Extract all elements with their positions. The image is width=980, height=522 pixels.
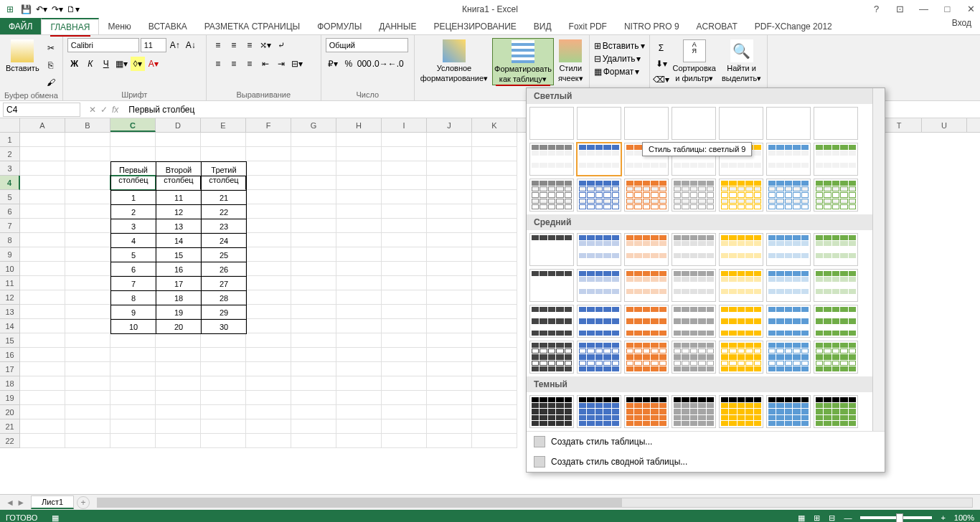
col-header-I[interactable]: I — [382, 118, 427, 132]
cell-E1[interactable] — [201, 133, 246, 147]
bold-button[interactable]: Ж — [67, 57, 82, 71]
zoom-slider[interactable] — [860, 516, 932, 519]
cell-E16[interactable] — [201, 348, 246, 362]
cell-A4[interactable] — [20, 176, 65, 190]
cell-H6[interactable] — [336, 204, 382, 219]
cell-G21[interactable] — [291, 419, 336, 434]
style-thumb[interactable] — [624, 233, 669, 266]
autosum-icon[interactable]: Σ — [654, 41, 669, 55]
decrease-font-icon[interactable]: A↓ — [184, 38, 198, 52]
cell-K20[interactable] — [472, 405, 517, 419]
style-thumb[interactable] — [719, 233, 763, 266]
cell-B7[interactable] — [65, 219, 110, 233]
style-thumb[interactable] — [766, 143, 811, 176]
comma-icon[interactable]: 000 — [357, 57, 372, 71]
cell-E18[interactable] — [201, 376, 246, 391]
cell-J19[interactable] — [427, 391, 472, 405]
cell-K16[interactable] — [472, 348, 517, 362]
table-cell-r1-c2[interactable]: 22 — [202, 205, 247, 219]
style-thumb[interactable] — [672, 233, 716, 266]
cell-H14[interactable] — [336, 319, 382, 333]
cell-I1[interactable] — [382, 133, 427, 147]
copy-icon[interactable]: ⎘ — [44, 58, 58, 72]
style-thumb[interactable] — [529, 179, 574, 212]
cell-A3[interactable] — [20, 161, 65, 176]
cell-K7[interactable] — [472, 219, 517, 233]
clear-icon[interactable]: ⌫▾ — [654, 72, 669, 87]
percent-icon[interactable]: % — [341, 57, 356, 71]
cell-J17[interactable] — [427, 362, 472, 376]
cell-F10[interactable] — [246, 262, 291, 276]
style-thumb[interactable] — [529, 143, 574, 176]
style-thumb[interactable] — [624, 179, 669, 212]
cell-I18[interactable] — [382, 376, 427, 391]
align-mid-icon[interactable]: ≡ — [227, 38, 241, 52]
cell-H18[interactable] — [336, 376, 382, 391]
cell-J21[interactable] — [427, 419, 472, 434]
cell-A21[interactable] — [20, 419, 65, 434]
table-cell-r0-c2[interactable]: 21 — [202, 191, 247, 205]
table-cell-r0-c0[interactable]: 1 — [111, 191, 156, 205]
table-cell-r4-c2[interactable]: 25 — [202, 248, 247, 262]
cell-B17[interactable] — [65, 362, 110, 376]
cell-I19[interactable] — [382, 391, 427, 405]
cell-C2[interactable] — [110, 147, 156, 161]
style-thumb[interactable] — [814, 179, 858, 212]
cell-J22[interactable] — [427, 434, 472, 448]
indent-dec-icon[interactable]: ⇤ — [258, 57, 273, 71]
table-cell-r8-c2[interactable]: 29 — [202, 305, 247, 320]
cell-F12[interactable] — [246, 290, 291, 305]
table-cell-r2-c0[interactable]: 3 — [111, 219, 156, 234]
cell-F5[interactable] — [246, 190, 291, 204]
currency-icon[interactable]: ₽▾ — [326, 57, 340, 71]
cell-H4[interactable] — [336, 176, 382, 190]
add-sheet-button[interactable]: + — [77, 496, 90, 509]
cell-H13[interactable] — [336, 305, 382, 319]
style-thumb[interactable] — [766, 305, 811, 338]
name-box[interactable] — [3, 103, 80, 117]
cell-H9[interactable] — [336, 247, 382, 262]
cell-C18[interactable] — [110, 376, 156, 391]
help-button[interactable]: ? — [871, 4, 882, 14]
view-normal-icon[interactable]: ▦ — [798, 513, 805, 523]
cell-B16[interactable] — [65, 348, 110, 362]
style-thumb[interactable] — [719, 395, 763, 428]
col-header-K[interactable]: K — [472, 118, 517, 132]
cell-G13[interactable] — [291, 305, 336, 319]
cell-H17[interactable] — [336, 362, 382, 376]
cell-H11[interactable] — [336, 276, 382, 290]
cell-J4[interactable] — [427, 176, 472, 190]
cell-H12[interactable] — [336, 290, 382, 305]
cut-icon[interactable]: ✂ — [44, 41, 58, 55]
cell-C20[interactable] — [110, 405, 156, 419]
new-pivot-style[interactable]: Создать стиль сводной таблицы... — [527, 452, 885, 472]
cell-F22[interactable] — [246, 434, 291, 448]
cell-H16[interactable] — [336, 348, 382, 362]
table-cell-r2-c1[interactable]: 13 — [156, 219, 202, 234]
orient-icon[interactable]: ⤭▾ — [258, 38, 273, 52]
cell-B10[interactable] — [65, 262, 110, 276]
table-cell-r3-c2[interactable]: 24 — [202, 234, 247, 248]
cell-F13[interactable] — [246, 305, 291, 319]
cell-F9[interactable] — [246, 247, 291, 262]
tab-главная[interactable]: ГЛАВНАЯ — [41, 18, 99, 34]
font-color-button[interactable]: A▾ — [146, 57, 161, 71]
tab-вид[interactable]: ВИД — [525, 18, 560, 34]
style-thumb[interactable] — [814, 107, 858, 140]
cell-G2[interactable] — [291, 147, 336, 161]
cell-A8[interactable] — [20, 233, 65, 247]
format-painter-icon[interactable]: 🖌 — [44, 75, 58, 90]
style-thumb[interactable] — [766, 341, 811, 374]
style-thumb[interactable] — [766, 107, 811, 140]
cell-G8[interactable] — [291, 233, 336, 247]
table-cell-r7-c2[interactable]: 28 — [202, 291, 247, 305]
cell-I10[interactable] — [382, 262, 427, 276]
cell-F20[interactable] — [246, 405, 291, 419]
cell-A22[interactable] — [20, 434, 65, 448]
cell-D19[interactable] — [156, 391, 201, 405]
row-header-4[interactable]: 4 — [0, 176, 20, 190]
cell-F8[interactable] — [246, 233, 291, 247]
undo-icon[interactable]: ↶▾ — [35, 3, 48, 16]
cell-B22[interactable] — [65, 434, 110, 448]
cell-H19[interactable] — [336, 391, 382, 405]
